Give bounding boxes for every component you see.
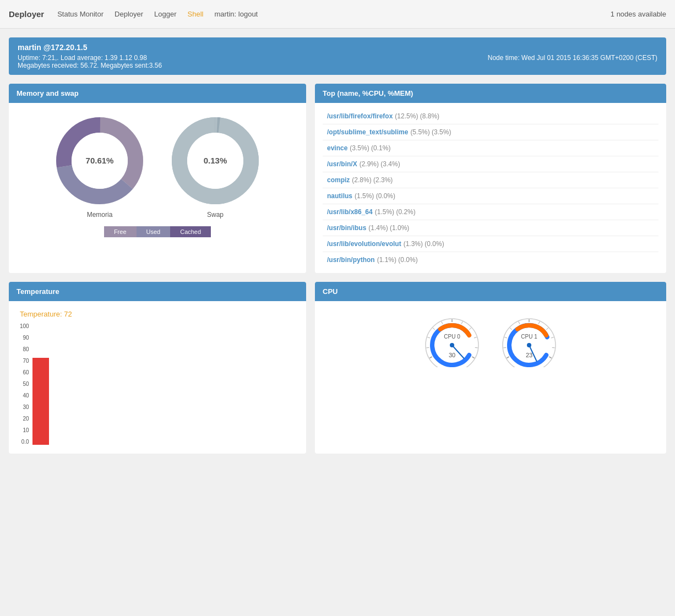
legend-cached: Cached [170,226,211,237]
memoria-label: Memoria [87,211,113,219]
proc-name: nautilus [327,192,352,200]
legend-used: Used [137,226,171,237]
swap-donut-wrap: 0.13% Swap [168,114,262,219]
proc-stats: (2.8%) (2.3%) [352,176,393,184]
top-list-item: /usr/bin/python (1.1%) (0.0%) [323,252,658,268]
nav-brand: Deployer [9,9,44,19]
top-list-item: /usr/lib/x86_64 (1.5%) (0.2%) [323,204,658,220]
swap-donut-svg: 0.13% [168,114,262,208]
proc-name: /opt/sublime_text/sublime [327,128,408,136]
donuts-row: 70.61% Memoria [53,114,262,219]
info-left: Uptime: 7:21,. Load average: 1.39 1.12 0… [18,54,162,69]
proc-name: compiz [327,176,350,184]
nav-logout[interactable]: martin: logout [214,10,258,18]
temperature-panel-header: Temperature [9,282,306,301]
top-list: /usr/lib/firefox/firefox (12.5%) (8.8%)/… [315,103,666,273]
nav-status-monitor[interactable]: Status Monitor [57,10,104,18]
proc-stats: (1.1%) (0.0%) [377,256,418,264]
proc-stats: (1.3%) (0.0%) [404,240,444,248]
gauge-wrap: CPU 030 [422,312,482,367]
proc-stats: (3.5%) (0.1%) [350,144,390,152]
proc-stats: (2.9%) (3.4%) [360,160,400,168]
temp-axis-label: 90 [20,335,29,341]
temp-axis-label: 30 [20,405,29,410]
proc-name: /usr/bin/X [327,160,357,168]
svg-point-22 [450,343,454,347]
top-list-item: /usr/lib/firefox/firefox (12.5%) (8.8%) [323,108,658,124]
navbar: Deployer Status Monitor Deployer Logger … [0,0,675,29]
bottom-row: Temperature Temperature: 72 100908070605… [9,282,666,454]
proc-name: /usr/lib/firefox/firefox [327,112,393,120]
temp-axis-label: 80 [20,347,29,352]
swap-label: Swap [207,211,224,219]
top-list-item: /opt/sublime_text/sublime (5.5%) (3.5%) [323,124,658,140]
proc-stats: (1.5%) (0.2%) [375,208,416,216]
proc-stats: (1.5%) (0.0%) [355,192,395,200]
main-content: martin @172.20.1.5 Uptime: 7:21,. Load a… [0,29,675,462]
nav-logger[interactable]: Logger [154,10,176,18]
temp-axis-label: 40 [20,393,29,399]
nav-shell[interactable]: Shell [188,10,204,18]
proc-name: /usr/lib/evolution/evolut [327,240,401,248]
memoria-pct-text: 70.61% [86,156,114,165]
megabytes: Megabytes received: 56.72. Megabytes sen… [18,62,162,69]
temp-axis-label: 70 [20,358,29,364]
nav-deployer[interactable]: Deployer [115,10,143,18]
temperature-bar-area [32,324,49,445]
memory-content: 70.61% Memoria [9,103,306,248]
memory-panel-header: Memory and swap [9,84,306,103]
cpu-content: CPU 030CPU 123 [315,301,666,378]
temperature-axis: 1009080706050403020100.0 [20,324,29,445]
svg-text:CPU 0: CPU 0 [444,334,460,340]
top-panel-header: Top (name, %CPU, %MEM) [315,84,666,103]
cpu-panel-header: CPU [315,282,666,301]
memoria-donut-svg: 70.61% [53,114,146,208]
top-list-item: compiz (2.8%) (2.3%) [323,172,658,188]
panels-row: Memory and swap [9,84,666,273]
proc-stats: (1.4%) (1.0%) [368,224,409,232]
gauge-svg: CPU 030 [422,312,482,367]
temperature-bar [32,358,49,445]
temperature-panel: Temperature Temperature: 72 100908070605… [9,282,306,454]
temp-axis-label: 50 [20,381,29,387]
proc-name: /usr/bin/ibus [327,224,366,232]
temp-axis-label: 60 [20,370,29,375]
info-bar: martin @172.20.1.5 Uptime: 7:21,. Load a… [9,37,666,75]
memoria-donut-wrap: 70.61% Memoria [53,114,146,219]
svg-line-19 [426,347,429,348]
temp-axis-label: 0.0 [20,439,29,445]
svg-text:30: 30 [449,352,455,358]
svg-line-35 [503,347,506,348]
gauge-wrap: CPU 123 [499,312,559,367]
temp-axis-label: 100 [20,324,29,329]
top-list-item: /usr/lib/evolution/evolut (1.3%) (0.0%) [323,236,658,252]
nodes-available: 1 nodes available [611,10,666,18]
hostname: martin @172.20.1.5 [18,43,657,52]
node-time: Node time: Wed Jul 01 2015 16:36:35 GMT+… [488,54,657,69]
temp-axis-label: 10 [20,428,29,433]
proc-name: /usr/lib/x86_64 [327,208,373,216]
temperature-chart: 1009080706050403020100.0 [20,324,295,445]
nav-links: Status Monitor Deployer Logger Shell mar… [57,10,611,18]
gauge-svg: CPU 123 [499,312,559,367]
temperature-content: Temperature: 72 1009080706050403020100.0 [9,301,306,454]
cpu-panel: CPU CPU 030CPU 123 [315,282,666,454]
proc-stats: (5.5%) (3.5%) [410,128,451,136]
top-list-item: /usr/bin/ibus (1.4%) (1.0%) [323,220,658,236]
top-panel: Top (name, %CPU, %MEM) /usr/lib/firefox/… [315,84,666,273]
proc-name: evince [327,144,347,152]
top-list-item: nautilus (1.5%) (0.0%) [323,188,658,204]
uptime: Uptime: 7:21,. Load average: 1.39 1.12 0… [18,54,162,62]
memory-panel: Memory and swap [9,84,306,273]
legend-free: Free [104,226,137,237]
top-list-item: /usr/bin/X (2.9%) (3.4%) [323,156,658,172]
svg-line-11 [475,347,478,348]
proc-stats: (12.5%) (8.8%) [395,112,439,120]
svg-text:CPU 1: CPU 1 [521,334,537,340]
swap-pct-text: 0.13% [204,156,227,165]
proc-name: /usr/bin/python [327,256,375,264]
memory-legend: Free Used Cached [104,226,211,237]
svg-point-38 [527,343,531,347]
svg-line-27 [552,347,555,348]
temp-axis-label: 20 [20,416,29,422]
